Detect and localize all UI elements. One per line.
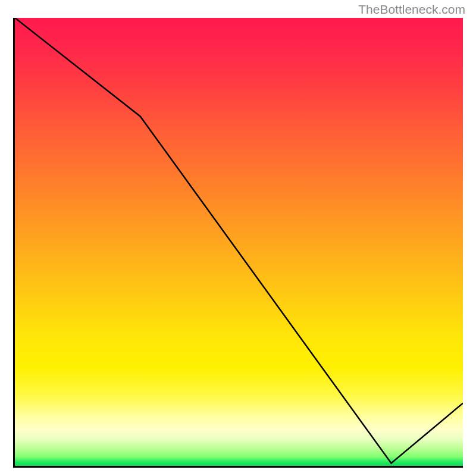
watermark-text: TheBottleneck.com: [358, 2, 465, 17]
chart-line: [15, 18, 463, 466]
chart-plot-area: [13, 18, 463, 468]
